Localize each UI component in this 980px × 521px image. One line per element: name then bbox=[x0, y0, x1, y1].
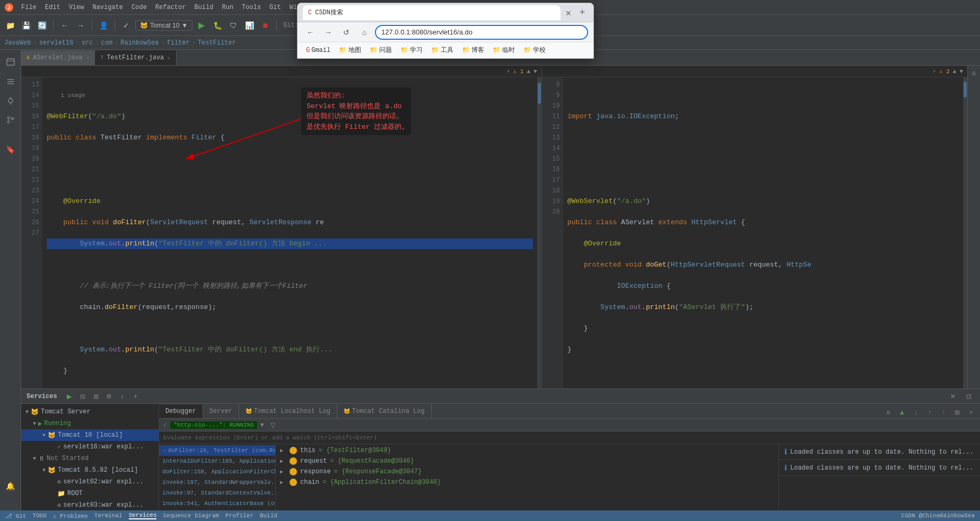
bookmark-map[interactable]: 📁 地图 bbox=[336, 45, 364, 56]
debugger-resume-btn[interactable]: ▲ bbox=[896, 407, 908, 418]
expand-up-right[interactable]: ▲ bbox=[953, 68, 957, 75]
debugger-settings-btn[interactable]: ≡ bbox=[882, 407, 894, 418]
menu-refactor[interactable]: Refactor bbox=[151, 3, 190, 12]
menu-file[interactable]: File bbox=[17, 3, 41, 12]
panel-collapse-btn[interactable]: ⊟ bbox=[77, 391, 89, 402]
menu-code[interactable]: Code bbox=[127, 3, 151, 12]
panel-filter-btn[interactable]: ⚙ bbox=[103, 391, 115, 402]
panel-expand-btn[interactable]: ⊞ bbox=[90, 391, 102, 402]
bookmark-learn[interactable]: 📁 学习 bbox=[397, 45, 426, 56]
stack-item-0[interactable]: → doFilter:19, TestFilter (com.Rainb... bbox=[159, 445, 275, 456]
stack-item-2[interactable]: doFilter:158, ApplicationFilterCha... bbox=[159, 466, 275, 477]
diff-icon[interactable]: ⚡ bbox=[506, 68, 510, 75]
menu-edit[interactable]: Edit bbox=[41, 3, 65, 12]
tree-servlet03[interactable]: ⊕ servlet03:war expl... bbox=[21, 499, 159, 510]
bottom-tab-profiler[interactable]: Profiler bbox=[225, 513, 253, 519]
sidebar-bookmarks-icon[interactable]: 🔖 bbox=[2, 141, 19, 158]
debug-tab-catalina-log[interactable]: 🐱 Tomcat Catalina Log bbox=[337, 404, 432, 418]
toolbar-vcs-btn[interactable]: ✓ bbox=[119, 19, 133, 32]
bottom-tab-terminal[interactable]: Terminal bbox=[94, 513, 122, 519]
sidebar-pullreq-icon[interactable] bbox=[2, 111, 19, 128]
var-chain[interactable]: ▶ chain = {ApplicationFilterChain@3048} bbox=[276, 477, 778, 488]
panel-add-btn[interactable]: + bbox=[130, 391, 142, 402]
stop-button[interactable]: ■ bbox=[258, 19, 272, 32]
panel-sort-btn[interactable]: ↕ bbox=[117, 391, 128, 402]
debug-tab-localhost-log[interactable]: 🐱 Tomcat Localhost Log bbox=[239, 404, 337, 418]
diff-icon-right[interactable]: ⚡ bbox=[932, 68, 936, 75]
expand-down-right[interactable]: ▼ bbox=[959, 68, 963, 75]
toolbar-back-btn[interactable]: ← bbox=[58, 19, 72, 32]
run-config-dropdown[interactable]: 🐱 Tomcat 10 ▼ bbox=[135, 20, 192, 31]
debug-tab-server[interactable]: Server bbox=[203, 404, 239, 418]
tab-aservlet-close[interactable]: ✕ bbox=[86, 55, 90, 61]
bookmark-question[interactable]: 📁 问题 bbox=[366, 45, 395, 56]
bookmark-tools[interactable]: 📁 工具 bbox=[428, 45, 457, 56]
breadcrumb-src[interactable]: src bbox=[82, 39, 93, 47]
debugger-step-btn[interactable]: ↓ bbox=[910, 407, 922, 418]
profile-run-button[interactable]: 📊 bbox=[242, 19, 256, 32]
tree-tomcat-server[interactable]: ▼ 🐱 Tomcat Server bbox=[21, 406, 159, 418]
debugger-step-up-btn[interactable]: ↑ bbox=[924, 407, 935, 418]
tab-testfilter-close[interactable]: ✕ bbox=[167, 55, 171, 61]
browser-fwd-btn[interactable]: → bbox=[321, 25, 336, 40]
tree-root[interactable]: 📁 ROOT bbox=[21, 488, 159, 499]
breadcrumb-javaweb[interactable]: JavaWeb bbox=[4, 39, 31, 47]
bottom-tab-build[interactable]: Build bbox=[260, 513, 277, 519]
debug-tab-debugger[interactable]: Debugger bbox=[159, 404, 203, 418]
sidebar-project-icon[interactable] bbox=[2, 54, 19, 71]
menu-run[interactable]: Run bbox=[217, 3, 238, 12]
right-tool-git[interactable]: G bbox=[969, 69, 979, 78]
bottom-tab-seqdiag[interactable]: Sequence Diagram bbox=[163, 513, 219, 519]
panel-maximize-btn[interactable]: ⊡ bbox=[963, 391, 975, 402]
panel-run-btn[interactable]: ▶ bbox=[64, 391, 75, 402]
menu-view[interactable]: View bbox=[65, 3, 89, 12]
breadcrumb-testfilter[interactable]: TestFilter bbox=[198, 39, 236, 47]
sidebar-notifications-icon[interactable]: 🔔 bbox=[2, 478, 19, 494]
toolbar-sync-btn[interactable]: 🔄 bbox=[35, 19, 49, 32]
url-input[interactable] bbox=[375, 25, 588, 40]
stack-item-1[interactable]: internalDoFilter:185, ApplicationFilt... bbox=[159, 456, 275, 466]
expand-down-btn[interactable]: ▼ bbox=[533, 68, 537, 75]
run-button[interactable]: ▶ bbox=[195, 19, 208, 32]
bottom-tab-todo[interactable]: TODO bbox=[32, 513, 46, 519]
browser-reload-btn[interactable]: ↺ bbox=[339, 25, 354, 40]
tree-running[interactable]: ▼ ▶ Running bbox=[21, 418, 159, 429]
debugger-step-over-btn[interactable]: ↑ bbox=[938, 407, 949, 418]
breadcrumb-filter[interactable]: filter bbox=[167, 39, 189, 47]
bottom-tab-problems[interactable]: ⚠ Problems bbox=[53, 513, 88, 519]
menu-tools[interactable]: Tools bbox=[238, 3, 265, 12]
bottom-tab-git[interactable]: ⎇ Git bbox=[5, 513, 26, 519]
bottom-tab-services[interactable]: Services bbox=[129, 512, 157, 519]
tree-tomcat8[interactable]: ▼ 🐱 Tomcat 8.5.82 [local] bbox=[21, 464, 159, 476]
debugger-watch-btn[interactable]: ≈ bbox=[965, 407, 977, 418]
tree-not-started[interactable]: ▼ ⏸ Not Started bbox=[21, 453, 159, 464]
bookmark-blog[interactable]: 📁 博客 bbox=[459, 45, 487, 56]
breadcrumb-com[interactable]: com bbox=[101, 39, 112, 47]
browser-home-btn[interactable]: ⌂ bbox=[357, 25, 372, 40]
toolbar-profile-btn[interactable]: 👤 bbox=[97, 19, 110, 32]
browser-close-btn[interactable]: ✕ bbox=[565, 9, 572, 16]
debugger-calc-btn[interactable]: ⊞ bbox=[951, 407, 963, 418]
breadcrumb-rainbowsea[interactable]: RainbowSea bbox=[120, 39, 159, 47]
code-text-right[interactable]: import java.io.IOException; @WebServlet(… bbox=[563, 77, 963, 388]
expand-up-btn[interactable]: ▲ bbox=[527, 68, 530, 75]
tree-servlet02[interactable]: ⊕ servlet02:war expl... bbox=[21, 476, 159, 488]
bookmark-school[interactable]: 📁 学校 bbox=[520, 45, 549, 56]
browser-back-btn[interactable]: ← bbox=[303, 25, 318, 40]
tree-servlet16[interactable]: ✓ servlet16:war expl... bbox=[21, 441, 159, 453]
sidebar-structure-icon[interactable] bbox=[2, 73, 19, 90]
bookmark-temp[interactable]: 📁 临时 bbox=[489, 45, 518, 56]
toolbar-project-btn[interactable]: 📁 bbox=[3, 19, 17, 32]
tree-tomcat10-local[interactable]: ▼ 🐱 Tomcat 10 [local] bbox=[21, 429, 159, 441]
stack-item-5[interactable]: invoke:541, AuthenticatorBase (or... bbox=[159, 498, 275, 509]
menu-git[interactable]: Git bbox=[265, 3, 285, 12]
browser-tab-csdn[interactable]: C CSDN搜索 bbox=[303, 5, 561, 20]
var-response[interactable]: ▶ response = {ResponseFacade@3047} bbox=[276, 466, 778, 477]
stack-item-3[interactable]: invoke:197, StandardWrapperValv... bbox=[159, 477, 275, 488]
debug-button[interactable]: 🐛 bbox=[211, 19, 224, 32]
menu-navigate[interactable]: Navigate bbox=[88, 3, 127, 12]
var-this[interactable]: ▶ this = {TestFilter@3049} bbox=[276, 445, 778, 456]
panel-close-btn[interactable]: ✕ bbox=[947, 391, 959, 402]
sidebar-commit-icon[interactable] bbox=[2, 92, 19, 109]
browser-new-tab-btn[interactable]: + bbox=[576, 7, 588, 19]
